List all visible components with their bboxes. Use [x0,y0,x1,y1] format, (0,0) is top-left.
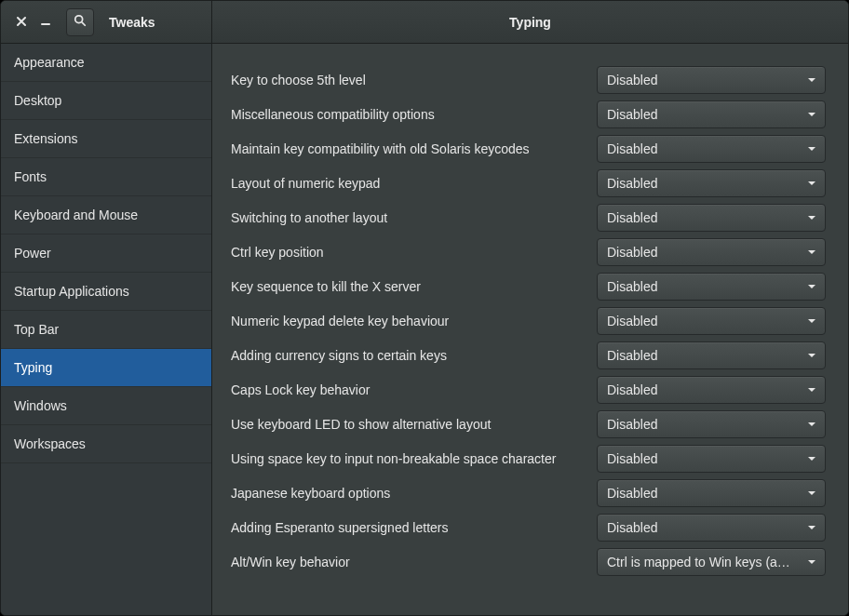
setting-combo-value: Disabled [607,279,801,294]
setting-combo-value: Disabled [607,382,801,397]
chevron-down-icon [808,78,815,82]
search-icon [74,14,87,30]
setting-combo-value: Disabled [607,520,801,535]
setting-label: Caps Lock key behavior [231,382,586,397]
sidebar-item-extensions[interactable]: Extensions [1,120,211,158]
setting-combo[interactable]: Disabled [597,376,826,404]
chevron-down-icon [808,147,815,151]
chevron-down-icon [808,285,815,288]
setting-label: Ctrl key position [231,245,586,260]
setting-label: Switching to another layout [231,210,586,225]
app-title: Tweaks [109,15,155,30]
main-content: Key to choose 5th levelDisabledMiscellan… [212,44,848,615]
setting-combo[interactable]: Disabled [597,238,826,266]
chevron-down-icon [808,319,815,323]
setting-label: Miscellaneous compatibility options [231,107,586,122]
setting-combo[interactable]: Disabled [597,66,826,94]
sidebar-item-label: Desktop [14,93,61,108]
headerbar: Tweaks Typing [1,1,848,44]
sidebar-item-startup-applications[interactable]: Startup Applications [1,273,211,311]
sidebar-item-typing[interactable]: Typing [1,349,211,387]
sidebar-item-windows[interactable]: Windows [1,387,211,425]
setting-combo[interactable]: Disabled [597,341,826,369]
setting-combo[interactable]: Disabled [597,479,826,507]
chevron-down-icon [808,181,815,185]
chevron-down-icon [808,354,815,357]
chevron-down-icon [808,457,815,461]
minimize-icon [40,15,51,30]
setting-combo-value: Disabled [607,210,801,225]
chevron-down-icon [808,526,815,529]
setting-label: Adding Esperanto supersigned letters [231,520,586,535]
setting-row: Caps Lock key behaviorDisabled [231,372,826,407]
setting-combo[interactable]: Disabled [597,135,826,163]
sidebar-item-label: Appearance [14,55,85,70]
sidebar: AppearanceDesktopExtensionsFontsKeyboard… [1,44,212,615]
setting-row: Miscellaneous compatibility optionsDisab… [231,97,826,131]
sidebar-item-workspaces[interactable]: Workspaces [1,425,211,463]
chevron-down-icon [808,422,815,426]
setting-label: Maintain key compatibility with old Sola… [231,141,586,156]
chevron-down-icon [808,491,815,495]
sidebar-item-label: Workspaces [14,436,86,451]
sidebar-item-label: Fonts [14,169,47,184]
setting-combo-value: Disabled [607,141,801,156]
sidebar-item-power[interactable]: Power [1,234,211,273]
setting-row: Switching to another layoutDisabled [231,200,826,234]
sidebar-item-keyboard-and-mouse[interactable]: Keyboard and Mouse [1,196,211,234]
setting-label: Use keyboard LED to show alternative lay… [231,417,586,432]
setting-combo[interactable]: Disabled [597,410,826,438]
sidebar-item-desktop[interactable]: Desktop [1,82,211,120]
setting-combo[interactable]: Disabled [597,273,826,301]
setting-combo[interactable]: Disabled [597,514,826,542]
setting-label: Numeric keypad delete key behaviour [231,314,586,328]
sidebar-item-top-bar[interactable]: Top Bar [1,311,211,349]
setting-row: Use keyboard LED to show alternative lay… [231,407,826,441]
setting-row: Layout of numeric keypadDisabled [231,166,826,200]
setting-combo-value: Disabled [607,107,801,122]
page-title: Typing [212,15,848,30]
setting-combo[interactable]: Ctrl is mapped to Win keys (a… [597,548,826,576]
sidebar-item-label: Keyboard and Mouse [14,208,138,222]
search-button[interactable] [66,8,94,36]
sidebar-item-label: Extensions [14,131,77,146]
tweaks-window: Tweaks Typing AppearanceDesktopExtension… [0,0,849,616]
setting-label: Adding currency signs to certain keys [231,348,586,363]
chevron-down-icon [808,560,815,564]
setting-row: Alt/Win key behaviorCtrl is mapped to Wi… [231,544,826,579]
close-button[interactable] [12,13,31,32]
body: AppearanceDesktopExtensionsFontsKeyboard… [1,44,848,615]
setting-combo-value: Disabled [607,451,801,466]
setting-combo[interactable]: Disabled [597,169,826,197]
setting-combo[interactable]: Disabled [597,445,826,473]
chevron-down-icon [808,250,815,254]
svg-point-0 [75,16,83,23]
setting-combo-value: Disabled [607,348,801,363]
setting-combo-value: Disabled [607,73,801,87]
setting-row: Numeric keypad delete key behaviourDisab… [231,303,826,338]
minimize-button[interactable] [36,13,55,32]
setting-combo-value: Disabled [607,314,801,328]
setting-combo-value: Disabled [607,417,801,432]
chevron-down-icon [808,216,815,220]
setting-combo-value: Ctrl is mapped to Win keys (a… [607,555,801,569]
setting-label: Using space key to input non-breakable s… [231,451,586,466]
setting-row: Japanese keyboard optionsDisabled [231,475,826,510]
setting-row: Using space key to input non-breakable s… [231,441,826,475]
headerbar-left: Tweaks [1,1,212,43]
setting-label: Key to choose 5th level [231,73,586,87]
sidebar-item-fonts[interactable]: Fonts [1,158,211,196]
setting-combo-value: Disabled [607,486,801,501]
sidebar-item-label: Typing [14,360,52,375]
setting-row: Key to choose 5th levelDisabled [231,62,826,97]
setting-combo[interactable]: Disabled [597,307,826,335]
sidebar-item-label: Power [14,246,51,261]
setting-row: Adding currency signs to certain keysDis… [231,338,826,372]
setting-combo[interactable]: Disabled [597,204,826,232]
sidebar-item-appearance[interactable]: Appearance [1,44,211,82]
setting-row: Ctrl key positionDisabled [231,234,826,269]
setting-combo[interactable]: Disabled [597,100,826,128]
setting-row: Key sequence to kill the X serverDisable… [231,269,826,303]
setting-combo-value: Disabled [607,176,801,191]
setting-label: Alt/Win key behavior [231,555,586,569]
